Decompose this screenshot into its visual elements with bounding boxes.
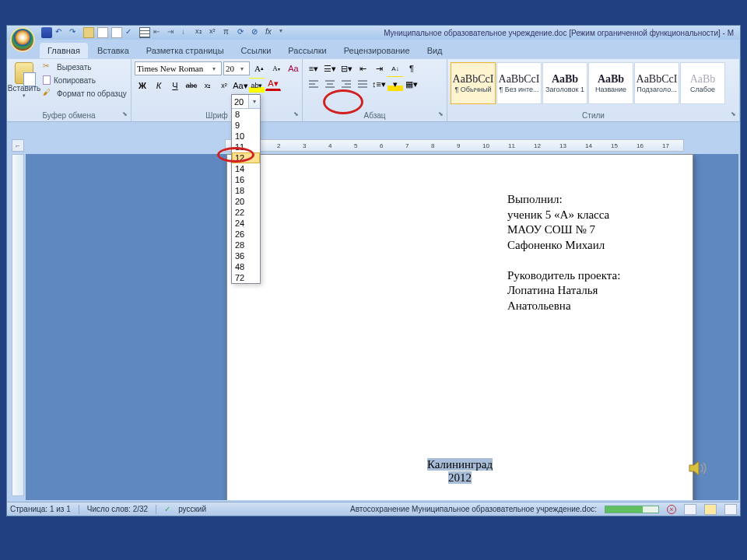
- tab-selector[interactable]: ⌐: [12, 139, 24, 152]
- open-icon[interactable]: [83, 27, 94, 38]
- size-option[interactable]: 36: [232, 250, 260, 261]
- format-painter-button[interactable]: 🖌 Формат по образцу: [41, 87, 128, 100]
- view-read-button[interactable]: [704, 504, 717, 515]
- superscript-icon[interactable]: x²: [209, 27, 220, 38]
- size-option[interactable]: 18: [232, 185, 260, 196]
- office-button[interactable]: [10, 27, 35, 52]
- save-icon[interactable]: [41, 27, 52, 38]
- chevron-down-icon: ▾: [237, 65, 247, 72]
- shading-button[interactable]: ▾: [388, 76, 403, 92]
- tab-layout[interactable]: Разметка страницы: [139, 43, 232, 58]
- underline-button[interactable]: Ч: [167, 78, 183, 93]
- status-page[interactable]: Страница: 1 из 1: [10, 505, 71, 513]
- font-size-dropdown[interactable]: 20 ▾ 891011121416182022242628364872: [231, 94, 261, 284]
- undo-icon[interactable]: ↶: [55, 27, 66, 38]
- sort-button[interactable]: A↓: [388, 61, 403, 76]
- align-center-button[interactable]: [322, 76, 338, 92]
- copy-button[interactable]: Копировать: [41, 75, 128, 86]
- shrink-font-button[interactable]: A▾: [268, 61, 284, 76]
- document-page[interactable]: Выполнил:ученик 5 «А» классаМАОУ СОШ № 7…: [226, 154, 693, 500]
- outdent-icon[interactable]: ⇥: [167, 27, 178, 38]
- style-item[interactable]: AaBbСлабое: [680, 62, 725, 104]
- size-option[interactable]: 22: [232, 207, 260, 218]
- size-option[interactable]: 9: [232, 120, 260, 131]
- tab-refs[interactable]: Ссылки: [233, 43, 279, 58]
- view-web-button[interactable]: [724, 504, 737, 515]
- multilevel-button[interactable]: ⊟▾: [338, 61, 354, 76]
- size-option[interactable]: 20: [232, 196, 260, 207]
- close-autosave-icon[interactable]: ×: [667, 505, 676, 514]
- refresh-icon[interactable]: ⟳: [237, 27, 248, 38]
- table-icon[interactable]: [139, 27, 150, 38]
- pi-icon[interactable]: π: [223, 27, 234, 38]
- font-size-combo[interactable]: 20 ▾: [223, 61, 250, 75]
- show-marks-button[interactable]: ¶: [404, 61, 419, 76]
- numbering-button[interactable]: ☰▾: [322, 61, 338, 76]
- tab-review[interactable]: Рецензирование: [336, 43, 418, 58]
- tab-view[interactable]: Вид: [419, 43, 451, 58]
- size-option[interactable]: 48: [232, 261, 260, 272]
- highlight-button[interactable]: ab▾: [249, 78, 265, 93]
- size-option[interactable]: 12: [232, 152, 260, 163]
- redo-icon[interactable]: ↷: [69, 27, 80, 38]
- bold-button[interactable]: Ж: [135, 78, 150, 93]
- size-option[interactable]: 11: [232, 142, 260, 152]
- tab-home[interactable]: Главная: [40, 43, 88, 58]
- borders-button[interactable]: ▦▾: [404, 76, 419, 92]
- status-words[interactable]: Число слов: 2/32: [87, 505, 148, 513]
- new-icon[interactable]: [97, 27, 108, 38]
- font-launcher[interactable]: ⬊: [291, 110, 300, 120]
- insert-icon[interactable]: ↓: [181, 27, 192, 38]
- size-option[interactable]: 72: [232, 272, 260, 283]
- styles-gallery[interactable]: AaBbCcI¶ ОбычныйAaBbCcI¶ Без инте...AaBb…: [451, 61, 725, 106]
- style-item[interactable]: AaBbCcI¶ Обычный: [451, 62, 496, 104]
- inc-indent-button[interactable]: ⇥: [371, 61, 387, 76]
- size-option[interactable]: 24: [232, 218, 260, 229]
- size-option[interactable]: 14: [232, 163, 260, 174]
- justify-button[interactable]: [355, 76, 370, 92]
- svg-marker-12: [689, 461, 699, 475]
- align-left-button[interactable]: [306, 76, 321, 92]
- style-item[interactable]: AaBbCcIПодзаголо...: [634, 62, 679, 104]
- status-lang[interactable]: русский: [178, 505, 206, 513]
- line-spacing-button[interactable]: ↕≡▾: [371, 76, 387, 92]
- italic-button[interactable]: К: [151, 78, 167, 93]
- style-item[interactable]: AaBbCcI¶ Без инте...: [496, 62, 542, 104]
- subscript-button[interactable]: x₂: [200, 78, 216, 93]
- styles-launcher[interactable]: ⬊: [728, 110, 738, 120]
- size-option[interactable]: 8: [232, 109, 260, 120]
- tab-mail[interactable]: Рассылки: [280, 43, 334, 58]
- subscript-icon[interactable]: x₂: [195, 27, 206, 38]
- cancel-icon[interactable]: ⊘: [251, 27, 262, 38]
- superscript-button[interactable]: x²: [216, 78, 232, 93]
- dec-indent-button[interactable]: ⇤: [355, 61, 370, 76]
- vertical-ruler[interactable]: [12, 154, 24, 496]
- paste-button[interactable]: Вставить ▾: [10, 61, 38, 100]
- style-item[interactable]: AaBbЗаголовок 1: [542, 62, 587, 104]
- spellcheck-icon[interactable]: ✓: [125, 27, 136, 38]
- style-item[interactable]: AaBbНазвание: [588, 62, 633, 104]
- horizontal-ruler[interactable]: 1234567891011121314151617: [225, 139, 684, 152]
- align-right-button[interactable]: [338, 76, 354, 92]
- formula-icon[interactable]: fx: [265, 27, 276, 38]
- clipboard-launcher[interactable]: ⬊: [120, 110, 129, 120]
- font-name-combo[interactable]: Times New Roman ▾: [135, 61, 222, 75]
- size-option[interactable]: 16: [232, 174, 260, 185]
- print-preview-icon[interactable]: [111, 27, 122, 38]
- tab-insert[interactable]: Вставка: [89, 43, 137, 58]
- size-option[interactable]: 10: [232, 131, 260, 142]
- cut-button[interactable]: ✂ Вырезать: [41, 61, 128, 73]
- size-option[interactable]: 26: [232, 229, 260, 240]
- size-option[interactable]: 28: [232, 240, 260, 250]
- qat-dropdown-icon[interactable]: ▾: [279, 27, 290, 38]
- brush-icon: 🖌: [43, 88, 54, 99]
- bullets-button[interactable]: ≡▾: [306, 61, 321, 76]
- font-color-button[interactable]: A▾: [265, 78, 281, 91]
- strike-button[interactable]: abc: [184, 78, 199, 93]
- clear-format-button[interactable]: Aa: [286, 61, 301, 76]
- change-case-button[interactable]: Aa▾: [233, 78, 248, 93]
- grow-font-button[interactable]: A▴: [251, 61, 267, 76]
- indent-icon[interactable]: ⇤: [153, 27, 164, 38]
- view-print-button[interactable]: [684, 504, 696, 515]
- para-launcher[interactable]: ⬊: [436, 110, 445, 120]
